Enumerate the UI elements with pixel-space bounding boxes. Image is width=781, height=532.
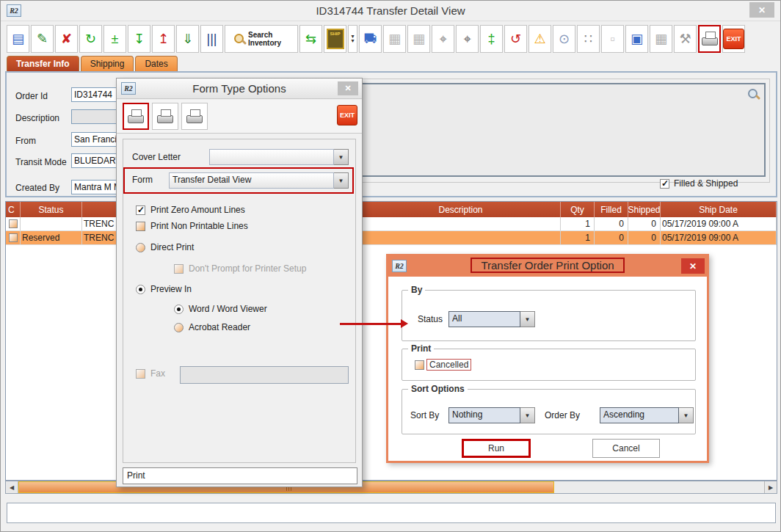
add-lines-icon[interactable]: ‡ — [480, 25, 503, 53]
print-preview-button[interactable] — [181, 103, 208, 130]
dialog-toolbar: EXIT — [117, 100, 362, 134]
cube-cycle-icon[interactable]: ⇆ — [299, 25, 322, 53]
order-by-dropdown[interactable]: Ascending — [600, 407, 694, 423]
refresh-icon[interactable]: ↻ — [79, 25, 102, 53]
print-non-printable-option[interactable]: Print Non Printable Lines — [136, 221, 248, 231]
dialog-close-button[interactable] — [338, 81, 358, 95]
tools-icon[interactable]: ⚒ — [674, 25, 697, 53]
dialog-close-button[interactable] — [681, 258, 705, 274]
sort-by-row: Sort By — [410, 410, 439, 420]
acrobat-option[interactable]: Acrobat Reader — [174, 322, 250, 332]
dialog-exit-button[interactable]: EXIT — [337, 105, 357, 125]
word-viewer-option[interactable]: Word / Word Viewer — [174, 304, 267, 314]
window-close-button[interactable] — [749, 2, 774, 18]
add-remove-line-icon[interactable]: ± — [103, 25, 126, 53]
cell-filled[interactable]: 0 — [595, 217, 628, 230]
rollback-icon[interactable]: ↺ — [504, 25, 527, 53]
notes-clock-icon[interactable]: ⊙ — [553, 25, 575, 53]
cell-status[interactable] — [21, 217, 82, 230]
run-button[interactable]: Run — [462, 439, 531, 458]
fill-order-icon: ↧ — [134, 32, 145, 45]
column-header[interactable]: Shipped — [628, 202, 661, 217]
tab-transfer-info[interactable]: Transfer Info — [7, 56, 79, 71]
label-print-icon[interactable]: ▣ — [625, 25, 648, 53]
search-inventory-button[interactable]: Search Inventory — [225, 25, 298, 53]
print-zero-checkbox[interactable] — [136, 205, 145, 215]
query-icon[interactable]: ∷ — [577, 25, 600, 53]
fill-equipment-icon[interactable]: ⇓ — [176, 25, 199, 53]
column-header[interactable]: C — [6, 202, 21, 217]
scroll-left-button[interactable] — [6, 481, 18, 493]
grid-cursor-icon[interactable]: ▦ — [650, 25, 672, 53]
column-header[interactable]: Filled — [595, 202, 628, 217]
search-icon[interactable] — [747, 88, 760, 101]
cell-qty[interactable]: 1 — [561, 231, 595, 244]
sort-by-dropdown[interactable]: Nothing — [448, 407, 535, 423]
column-header[interactable]: Qty — [561, 202, 595, 217]
cancel-button[interactable]: Cancel — [592, 439, 660, 458]
edit-document-icon[interactable]: ✎ — [31, 25, 54, 53]
sort-by-label: Sort By — [410, 410, 439, 420]
returns-disabled-icon: ▦ — [407, 25, 430, 53]
print-button[interactable] — [698, 25, 721, 53]
warning-document-icon[interactable]: ⚠ — [528, 25, 551, 53]
cell-shipped[interactable]: 0 — [628, 217, 661, 230]
print-zero-option[interactable]: Print Zero Amount Lines — [136, 205, 245, 215]
form-type-options-dialog: R2 Form Type Options EXIT Cover Letter F… — [116, 78, 363, 487]
row-checkbox[interactable] — [9, 233, 18, 242]
scroll-right-button[interactable] — [764, 481, 777, 493]
notes-box[interactable] — [360, 83, 766, 177]
fill-order-icon[interactable]: ↧ — [128, 25, 150, 53]
chevron-down-icon[interactable] — [520, 407, 535, 423]
form-dropdown[interactable]: Transfer Detail View — [169, 172, 349, 189]
word-viewer-radio[interactable] — [174, 305, 184, 314]
acrobat-radio[interactable] — [174, 323, 184, 332]
unfill-order-icon[interactable]: ↥ — [152, 25, 175, 53]
filled-shipped-option[interactable]: Filled & Shipped — [660, 178, 738, 189]
print-save-button[interactable] — [152, 103, 178, 130]
status-dropdown[interactable]: All — [448, 311, 535, 327]
equipment-disabled-icon: ▦ — [388, 32, 401, 45]
cell-ship_date[interactable]: 05/17/2019 09:00 A — [661, 231, 777, 244]
tab-dates[interactable]: Dates — [135, 56, 177, 71]
truck-icon[interactable]: ⛟ — [359, 25, 382, 53]
print-form-button[interactable] — [123, 103, 149, 130]
cover-letter-dropdown[interactable] — [209, 149, 349, 165]
dialog-status-bar: Print — [123, 467, 357, 484]
print-non-printable-checkbox[interactable] — [136, 222, 145, 231]
chevron-down-icon[interactable] — [334, 149, 349, 165]
delete-document-icon[interactable]: ✘ — [55, 25, 78, 53]
cell-description[interactable] — [361, 217, 561, 230]
exit-label: EXIT — [723, 29, 744, 49]
tab-shipping[interactable]: Shipping — [81, 56, 134, 71]
scanner-save-icon[interactable]: ⌖ — [456, 25, 479, 53]
cell-qty[interactable]: 1 — [561, 217, 595, 230]
preview-in-radio[interactable] — [136, 285, 145, 294]
cancelled-checkbox[interactable] — [415, 360, 424, 370]
cancelled-option[interactable]: Cancelled — [415, 359, 471, 371]
column-header[interactable]: Status — [21, 202, 82, 217]
ship-stamp-icon[interactable]: SHIP — [324, 25, 346, 53]
chevron-down-icon[interactable] — [334, 172, 349, 189]
barcode-icon[interactable]: ||| — [200, 25, 223, 53]
cell-filled[interactable]: 0 — [595, 231, 628, 244]
ship-options-dropdown[interactable]: ▾ ▾ — [348, 25, 357, 53]
column-header[interactable]: Ship Date — [661, 202, 777, 217]
dialog-title: Transfer Order Print Option — [388, 258, 708, 273]
chevron-down-icon[interactable] — [520, 311, 535, 327]
cell-description[interactable] — [361, 231, 561, 244]
fill-equipment-icon: ⇓ — [182, 32, 193, 45]
cell-status[interactable]: Reserved — [21, 231, 82, 244]
new-document-icon[interactable]: ▤ — [7, 25, 29, 53]
cell-shipped[interactable]: 0 — [628, 231, 661, 244]
preview-in-option[interactable]: Preview In — [136, 284, 192, 294]
direct-print-option[interactable]: Direct Print — [136, 242, 194, 252]
row-checkbox[interactable] — [9, 219, 18, 228]
direct-print-radio[interactable] — [136, 243, 145, 252]
column-header[interactable]: Description — [361, 202, 561, 217]
cell-ship_date[interactable]: 05/17/2019 09:00 A — [661, 217, 777, 230]
scanner-icon[interactable]: ⌖ — [432, 25, 454, 53]
filled-shipped-checkbox[interactable] — [660, 179, 669, 189]
chevron-down-icon[interactable] — [679, 407, 694, 423]
exit-button[interactable]: EXIT — [722, 25, 745, 53]
